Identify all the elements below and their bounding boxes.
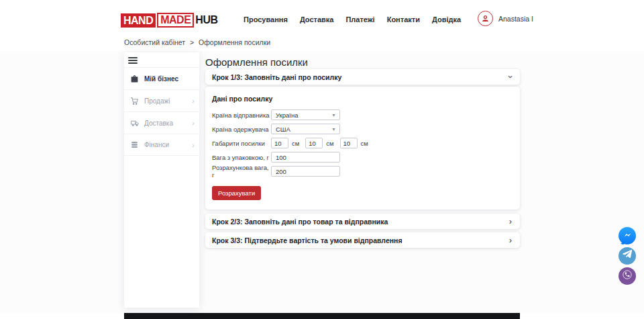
- weight-packed-input[interactable]: [271, 152, 340, 163]
- nav-promotion[interactable]: Просування: [244, 15, 288, 24]
- page: HAND MADE HUB Просування Доставка Платеж…: [0, 0, 644, 319]
- chevron-right-icon: ›: [509, 236, 512, 244]
- recipient-country-value: США: [276, 126, 290, 133]
- form-row-recipient-country: Країна одержувача США ▼: [212, 124, 513, 134]
- sidebar-item-label: Доставка: [144, 120, 192, 127]
- logo-part-hand: HAND: [121, 13, 156, 28]
- breadcrumb-parcel[interactable]: Оформлення посилки: [199, 38, 270, 46]
- calculate-button[interactable]: Розрахувати: [212, 186, 261, 200]
- chevron-right-icon: ›: [509, 217, 512, 226]
- sidebar-item-delivery[interactable]: Доставка ›: [124, 111, 199, 134]
- unit-cm: см: [292, 140, 299, 147]
- dimension-length-input[interactable]: [271, 138, 288, 148]
- unit-cm: см: [361, 140, 368, 147]
- chevron-right-icon: ›: [192, 141, 195, 149]
- logo-part-hub: HUB: [195, 14, 217, 26]
- cart-icon: [130, 96, 140, 105]
- step-2-label: Крок 2/3: Заповніть дані про товар та ві…: [212, 218, 509, 226]
- main-nav: Просування Доставка Платежі Контакти Дов…: [244, 15, 461, 24]
- step-1-header[interactable]: Крок 1/3: Заповніть дані про посилку ›: [205, 69, 520, 85]
- nav-contacts[interactable]: Контакти: [387, 15, 420, 24]
- messenger-icon: [623, 230, 633, 242]
- telegram-icon: [622, 249, 633, 263]
- caret-down-icon: ▼: [331, 113, 336, 118]
- sidebar-item-label: Мій бізнес: [144, 75, 195, 83]
- form-row-sender-country: Країна відправника Україна ▼: [212, 109, 513, 120]
- sidebar-menu: Мій бізнес Продажі ›: [124, 67, 199, 156]
- form-row-weight-packed: Вага з упаковкою, г: [212, 152, 513, 163]
- sender-country-label: Країна відправника: [212, 111, 271, 119]
- recipient-country-select[interactable]: США ▼: [271, 124, 340, 134]
- breadcrumb-separator: >: [190, 38, 194, 46]
- hamburger-icon[interactable]: [128, 57, 138, 64]
- chevron-right-icon: ›: [192, 97, 195, 105]
- header: HAND MADE HUB Просування Доставка Платеж…: [0, 0, 644, 37]
- chevron-down-icon: ›: [506, 75, 515, 78]
- sidebar: Мій бізнес Продажі ›: [124, 52, 199, 308]
- weight-packed-label: Вага з упаковкою, г: [212, 154, 271, 161]
- sender-country-select[interactable]: Україна ▼: [271, 109, 340, 120]
- user-avatar-icon: [478, 11, 493, 26]
- weight-calculated-input[interactable]: [271, 166, 340, 177]
- breadcrumb-account[interactable]: Особистий кабінет: [124, 38, 185, 46]
- sidebar-item-my-business[interactable]: Мій бізнес: [124, 67, 199, 89]
- breadcrumb: Особистий кабінет > Оформлення посилки: [124, 38, 270, 46]
- sidebar-item-sales[interactable]: Продажі ›: [124, 89, 199, 111]
- step-2-header[interactable]: Крок 2/3: Заповніть дані про товар та ві…: [205, 214, 520, 229]
- viber-icon: [621, 269, 633, 283]
- dimension-height-input[interactable]: [340, 138, 358, 148]
- dimensions-label: Габарити посилки: [212, 140, 271, 147]
- unit-cm: см: [326, 140, 333, 147]
- sender-country-value: Україна: [276, 111, 299, 119]
- logo-part-made: MADE: [157, 13, 194, 28]
- dimension-width-input[interactable]: [305, 138, 323, 148]
- viber-button[interactable]: [619, 267, 636, 285]
- recipient-country-label: Країна одержувача: [212, 126, 271, 133]
- footer-bar: [124, 313, 520, 319]
- page-title: Оформлення посилки: [205, 56, 308, 68]
- step-1-label: Крок 1/3: Заповніть дані про посилку: [212, 73, 509, 81]
- form-row-weight-calculated: Розрахункова вага, г: [212, 166, 513, 177]
- telegram-button[interactable]: [619, 247, 636, 265]
- social-button-stack: [619, 227, 636, 285]
- user-account[interactable]: Anastasia I: [478, 11, 533, 26]
- truck-icon: [130, 118, 140, 128]
- form-section-title: Дані про посилку: [212, 95, 513, 103]
- sidebar-item-label: Фінанси: [144, 141, 192, 148]
- chevron-right-icon: ›: [192, 119, 195, 127]
- form-row-dimensions: Габарити посилки см см см: [212, 138, 513, 148]
- sidebar-item-label: Продажі: [144, 97, 192, 105]
- nav-payments[interactable]: Платежі: [345, 15, 374, 24]
- weight-calculated-label: Розрахункова вага, г: [212, 164, 271, 179]
- sidebar-item-finance[interactable]: Фінанси ›: [124, 134, 199, 156]
- caret-down-icon: ▼: [331, 127, 336, 132]
- nav-help[interactable]: Довідка: [432, 15, 461, 24]
- step-1-body: Дані про посилку Країна відправника Укра…: [205, 87, 520, 210]
- logo[interactable]: HAND MADE HUB: [121, 13, 218, 28]
- nav-delivery[interactable]: Доставка: [300, 15, 334, 24]
- user-name: Anastasia I: [498, 15, 533, 23]
- coins-icon: [130, 140, 140, 150]
- step-3-label: Крок 3/3: Підтвердьте вартість та умови …: [212, 236, 509, 244]
- briefcase-icon: [130, 74, 140, 83]
- messenger-button[interactable]: [619, 227, 636, 244]
- step-3-header[interactable]: Крок 3/3: Підтвердьте вартість та умови …: [205, 232, 520, 248]
